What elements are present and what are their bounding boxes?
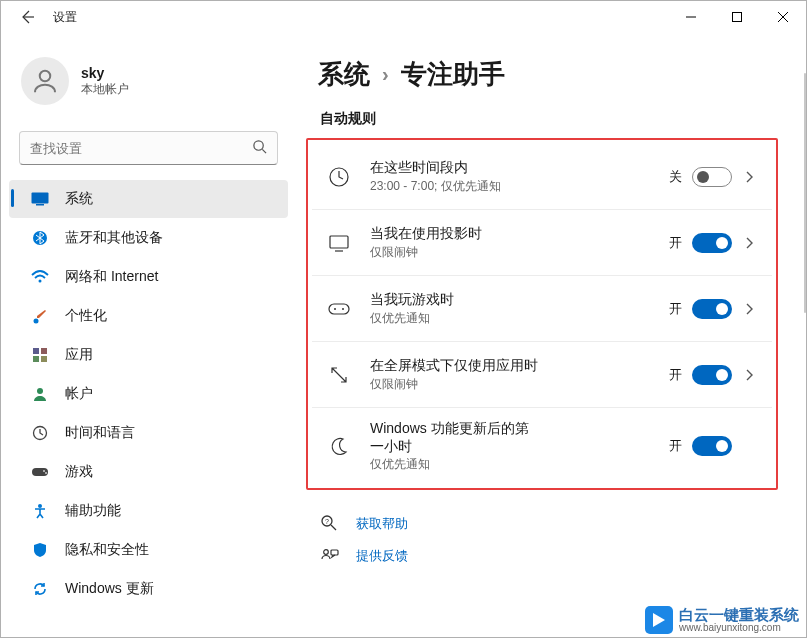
chevron-right-icon bbox=[742, 303, 758, 315]
svg-rect-32 bbox=[331, 550, 338, 555]
svg-point-27 bbox=[342, 308, 344, 310]
svg-point-19 bbox=[43, 470, 45, 472]
user-sub: 本地帐户 bbox=[81, 81, 129, 98]
svg-rect-14 bbox=[33, 356, 39, 362]
svg-point-4 bbox=[40, 71, 51, 82]
nav-label: 帐户 bbox=[65, 385, 93, 403]
rule-state: 开 bbox=[669, 300, 682, 318]
rule-title: 在全屏模式下仅使用应用时 bbox=[370, 356, 669, 374]
svg-rect-12 bbox=[33, 348, 39, 354]
toggle-switch[interactable] bbox=[692, 365, 732, 385]
svg-text:?: ? bbox=[325, 518, 329, 525]
wifi-icon bbox=[31, 268, 49, 286]
update-icon bbox=[31, 580, 49, 598]
rule-sub: 仅限闹钟 bbox=[370, 376, 669, 393]
watermark-icon bbox=[645, 606, 673, 634]
close-button[interactable] bbox=[760, 1, 806, 33]
accessibility-icon bbox=[31, 502, 49, 520]
nav-update[interactable]: Windows 更新 bbox=[9, 570, 288, 608]
scrollbar[interactable] bbox=[804, 73, 806, 313]
watermark-title: 白云一键重装系统 bbox=[679, 607, 799, 623]
chevron-right-icon bbox=[742, 369, 758, 381]
nav-gaming[interactable]: 游戏 bbox=[9, 453, 288, 491]
rule-title: Windows 功能更新后的第一小时 bbox=[370, 419, 540, 455]
minimize-button[interactable] bbox=[668, 1, 714, 33]
nav-label: 蓝牙和其他设备 bbox=[65, 229, 163, 247]
svg-point-5 bbox=[254, 141, 263, 150]
chevron-right-icon bbox=[742, 237, 758, 249]
monitor-icon bbox=[326, 230, 352, 256]
search-input[interactable] bbox=[30, 141, 252, 156]
svg-line-6 bbox=[262, 149, 266, 153]
rule-state: 开 bbox=[669, 437, 682, 455]
rule-gaming[interactable]: 当我玩游戏时 仅优先通知 开 bbox=[312, 276, 772, 342]
svg-rect-7 bbox=[32, 193, 49, 204]
svg-rect-15 bbox=[41, 356, 47, 362]
nav-system[interactable]: 系统 bbox=[9, 180, 288, 218]
rule-title: 在这些时间段内 bbox=[370, 158, 669, 176]
svg-point-20 bbox=[45, 472, 47, 474]
user-name: sky bbox=[81, 65, 129, 81]
rule-state: 开 bbox=[669, 366, 682, 384]
toggle-switch[interactable] bbox=[692, 233, 732, 253]
svg-point-16 bbox=[37, 388, 43, 394]
breadcrumb: 系统 › 专注助手 bbox=[318, 57, 778, 92]
nav-bluetooth[interactable]: 蓝牙和其他设备 bbox=[9, 219, 288, 257]
svg-rect-1 bbox=[733, 13, 742, 22]
svg-rect-25 bbox=[329, 304, 349, 314]
svg-point-11 bbox=[34, 319, 39, 324]
system-icon bbox=[31, 190, 49, 208]
toggle-switch[interactable] bbox=[692, 436, 732, 456]
brush-icon bbox=[31, 307, 49, 325]
search-box[interactable] bbox=[19, 131, 278, 165]
user-profile[interactable]: sky 本地帐户 bbox=[1, 49, 296, 121]
gamepad-icon bbox=[31, 463, 49, 481]
feedback-icon bbox=[320, 546, 340, 566]
rule-state: 关 bbox=[669, 168, 682, 186]
nav-accounts[interactable]: 帐户 bbox=[9, 375, 288, 413]
bluetooth-icon bbox=[31, 229, 49, 247]
watermark: 白云一键重装系统 www.baiyunxitong.com bbox=[645, 606, 799, 634]
rule-sub: 仅优先通知 bbox=[370, 310, 669, 327]
nav-network[interactable]: 网络和 Internet bbox=[9, 258, 288, 296]
nav-label: 游戏 bbox=[65, 463, 93, 481]
expand-icon bbox=[326, 362, 352, 388]
window-title: 设置 bbox=[53, 9, 77, 26]
nav-label: 辅助功能 bbox=[65, 502, 121, 520]
moon-icon bbox=[326, 433, 352, 459]
rule-after-update[interactable]: Windows 功能更新后的第一小时 仅优先通知 开 bbox=[312, 408, 772, 484]
rule-fullscreen[interactable]: 在全屏模式下仅使用应用时 仅限闹钟 开 bbox=[312, 342, 772, 408]
nav-time-language[interactable]: 时间和语言 bbox=[9, 414, 288, 452]
toggle-switch[interactable] bbox=[692, 299, 732, 319]
help-icon: ? bbox=[320, 514, 340, 534]
clock-icon bbox=[326, 164, 352, 190]
feedback-link[interactable]: 提供反馈 bbox=[306, 540, 778, 572]
breadcrumb-current: 专注助手 bbox=[401, 57, 505, 92]
svg-point-31 bbox=[324, 550, 329, 555]
maximize-button[interactable] bbox=[714, 1, 760, 33]
rule-time-range[interactable]: 在这些时间段内 23:00 - 7:00; 仅优先通知 关 bbox=[312, 144, 772, 210]
back-button[interactable] bbox=[17, 7, 37, 27]
nav-privacy[interactable]: 隐私和安全性 bbox=[9, 531, 288, 569]
svg-point-26 bbox=[334, 308, 336, 310]
svg-rect-18 bbox=[32, 468, 48, 476]
help-link[interactable]: ? 获取帮助 bbox=[306, 508, 778, 540]
nav-label: 个性化 bbox=[65, 307, 107, 325]
chevron-right-icon: › bbox=[382, 63, 389, 86]
svg-line-29 bbox=[331, 525, 336, 530]
nav-accessibility[interactable]: 辅助功能 bbox=[9, 492, 288, 530]
rule-sub: 仅限闹钟 bbox=[370, 244, 669, 261]
nav-label: 时间和语言 bbox=[65, 424, 135, 442]
svg-rect-13 bbox=[41, 348, 47, 354]
nav-label: 应用 bbox=[65, 346, 93, 364]
rules-list: 在这些时间段内 23:00 - 7:00; 仅优先通知 关 当我在使用投影时 仅… bbox=[306, 138, 778, 490]
toggle-switch[interactable] bbox=[692, 167, 732, 187]
watermark-sub: www.baiyunxitong.com bbox=[679, 623, 799, 634]
search-icon bbox=[252, 139, 267, 157]
nav-personalization[interactable]: 个性化 bbox=[9, 297, 288, 335]
rule-projecting[interactable]: 当我在使用投影时 仅限闹钟 开 bbox=[312, 210, 772, 276]
nav-apps[interactable]: 应用 bbox=[9, 336, 288, 374]
rule-sub: 23:00 - 7:00; 仅优先通知 bbox=[370, 178, 669, 195]
nav-label: Windows 更新 bbox=[65, 580, 154, 598]
breadcrumb-parent[interactable]: 系统 bbox=[318, 57, 370, 92]
